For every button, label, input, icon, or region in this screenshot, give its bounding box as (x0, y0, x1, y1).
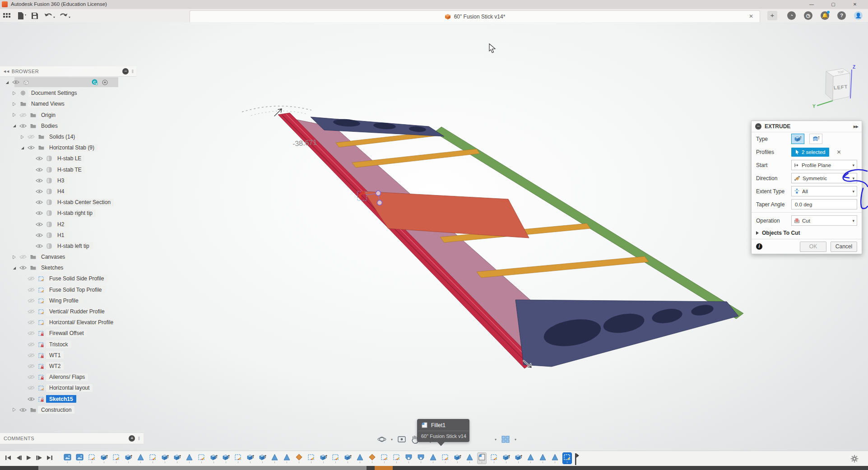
expander-icon[interactable] (10, 408, 18, 412)
expander-icon[interactable] (10, 102, 18, 106)
orbit-dropdown-caret[interactable]: ▾ (391, 437, 393, 442)
visibility-eye-icon[interactable] (26, 342, 36, 347)
browser-item-horizontal-elevator-profile[interactable]: Horizontal/ Elevator Profile (0, 317, 136, 328)
expander-icon[interactable] (10, 266, 18, 270)
timeline-scrollbar[interactable] (0, 466, 868, 470)
timeline-feature-sketch-icon[interactable] (490, 453, 498, 464)
browser-item-h-stab-center-section[interactable]: H-stab Center Section (0, 197, 136, 208)
comments-bar[interactable]: COMMENTS + ‖ (0, 433, 144, 444)
expander-icon[interactable] (10, 113, 18, 117)
visibility-eye-icon[interactable] (34, 156, 44, 161)
timeline-feature-extrude-icon[interactable] (173, 453, 181, 464)
timeline-feature-hole-icon[interactable] (417, 453, 425, 464)
visibility-eye-icon[interactable] (11, 80, 21, 84)
timeline-feature-mirror-icon[interactable] (283, 453, 291, 464)
timeline-position-marker[interactable] (574, 453, 580, 465)
timeline-feature-extrude-icon[interactable] (209, 453, 218, 464)
browser-item-sketch15[interactable]: Sketch15 (0, 393, 136, 404)
expander-icon[interactable] (10, 124, 18, 128)
browser-item-60-fusion-stick-v14[interactable]: 60" Fusion Stick v14C (0, 77, 136, 88)
step-back-button[interactable] (15, 454, 22, 461)
look-at-icon[interactable] (397, 435, 406, 443)
dialog-header[interactable]: − EXTRUDE ▶▶ (752, 121, 862, 132)
start-dropdown[interactable]: Profile Plane▾ (791, 160, 857, 170)
play-button[interactable] (25, 454, 32, 461)
dialog-collapse-icon[interactable]: − (755, 123, 761, 130)
browser-item-sketches[interactable]: Sketches (0, 262, 136, 273)
browser-item-construction[interactable]: Construction (0, 405, 136, 415)
display-settings-caret[interactable]: ▾ (495, 437, 497, 442)
browser-item-h2[interactable]: H2 (0, 219, 136, 229)
timeline-feature-extrude-icon[interactable] (502, 453, 511, 464)
visibility-eye-icon[interactable] (26, 353, 36, 358)
visibility-eye-icon[interactable] (34, 168, 44, 172)
operation-dropdown[interactable]: Cut▾ (791, 215, 857, 226)
browser-item-h-stab-te[interactable]: H-stab TE (0, 164, 136, 175)
timeline-feature-extrude-icon[interactable] (124, 453, 133, 464)
close-tab-icon[interactable]: ✕ (749, 13, 753, 19)
browser-item-wt1[interactable]: WT1 (0, 350, 136, 361)
visibility-eye-icon[interactable] (26, 288, 36, 292)
visibility-eye-icon[interactable] (26, 135, 36, 139)
profiles-selected-chip[interactable]: 2 selected (791, 148, 829, 157)
visibility-eye-icon[interactable] (34, 222, 44, 227)
visibility-eye-icon[interactable] (34, 200, 44, 205)
timeline-feature-plane-icon[interactable] (295, 453, 303, 464)
browser-item-h-stab-right-tip[interactable]: H-stab right tip (0, 208, 136, 219)
timeline-feature-sketch-icon[interactable] (149, 453, 157, 464)
timeline-feature-mirror-icon[interactable] (270, 453, 279, 464)
browser-item-horizontal-layout[interactable]: Horizontal layout (0, 382, 136, 393)
redo-icon[interactable] (60, 12, 69, 20)
expander-icon[interactable] (10, 91, 18, 95)
dialog-dock-icon[interactable]: ▶▶ (854, 125, 858, 129)
sync-badge-icon[interactable]: C (90, 79, 100, 85)
panel-grip[interactable]: ‖ (138, 436, 140, 441)
expander-icon[interactable] (18, 135, 26, 139)
ok-button[interactable]: OK (800, 242, 826, 252)
browser-item-fuse-solid-side-profile[interactable]: Fuse Solid Side Profile (0, 273, 136, 284)
visibility-eye-icon[interactable] (18, 265, 28, 270)
visibility-eye-icon[interactable] (34, 178, 44, 183)
visibility-eye-icon[interactable] (26, 298, 36, 303)
visibility-eye-icon[interactable] (26, 364, 36, 368)
go-to-start-button[interactable] (5, 454, 12, 461)
user-avatar[interactable]: 👤 (854, 11, 863, 20)
timeline-feature-extrude-icon[interactable] (246, 453, 255, 464)
timeline-feature-canvas-icon[interactable] (63, 453, 72, 464)
timeline-feature-fillet-icon[interactable] (478, 453, 486, 464)
browser-item-wt2[interactable]: WT2 (0, 361, 136, 372)
timeline-feature-sketch-icon[interactable] (197, 453, 206, 464)
timeline-feature-sketch-icon[interactable] (563, 453, 571, 464)
browser-item-wing-profile[interactable]: Wing Profile (0, 295, 136, 306)
hide-panel-icon[interactable]: − (122, 68, 129, 74)
visibility-eye-icon[interactable] (18, 124, 28, 128)
type-solid-extrude-button[interactable] (791, 134, 804, 144)
app-launcher-grid-icon[interactable] (3, 12, 12, 20)
browser-item-vertical-rudder-profile[interactable]: Vertical/ Rudder Profile (0, 306, 136, 317)
visibility-eye-icon[interactable] (26, 386, 36, 390)
extensions-icon[interactable]: ◔ (787, 11, 796, 20)
objects-to-cut-expander[interactable]: Objects To Cut (752, 227, 862, 239)
visibility-eye-icon[interactable] (34, 244, 44, 248)
visibility-eye-icon[interactable] (34, 211, 44, 215)
grid-layout-icon[interactable] (501, 435, 510, 443)
browser-item-origin[interactable]: Origin (0, 110, 136, 121)
expander-icon[interactable] (10, 255, 18, 259)
browser-item-named-views[interactable]: Named Views (0, 98, 136, 109)
timeline-feature-sketch-icon[interactable] (234, 453, 242, 464)
minimize-button[interactable]: — (801, 0, 822, 9)
timeline-feature-extrude-icon[interactable] (258, 453, 267, 464)
visibility-eye-icon[interactable] (26, 145, 36, 150)
taper-angle-input[interactable]: 0.0 deg (791, 199, 857, 209)
browser-item-firewall-offset[interactable]: Firewall Offset (0, 328, 136, 339)
browser-item-tristock[interactable]: Tristock (0, 339, 136, 350)
add-comment-icon[interactable]: + (129, 435, 135, 442)
timeline-feature-sketch-icon[interactable] (88, 453, 96, 464)
type-thin-extrude-button[interactable] (809, 134, 822, 144)
info-icon[interactable]: i (756, 243, 762, 250)
help-icon[interactable]: ? (837, 11, 846, 20)
visibility-eye-icon[interactable] (26, 276, 36, 281)
timeline-feature-mirror-icon[interactable] (356, 453, 364, 464)
browser-item-bodies[interactable]: Bodies (0, 121, 136, 131)
timeline-feature-sketch-icon[interactable] (380, 453, 389, 464)
